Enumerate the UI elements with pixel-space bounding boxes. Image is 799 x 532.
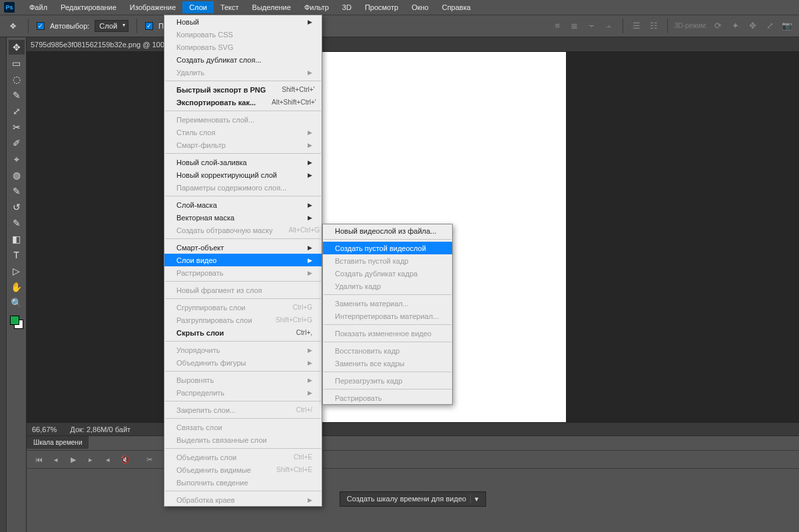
menu-слои[interactable]: Слои	[182, 1, 214, 13]
menu-item: Распределить▶	[164, 386, 322, 399]
menu-item[interactable]: Создать дубликат слоя...	[164, 53, 322, 66]
menu-файл[interactable]: Файл	[23, 1, 54, 13]
3d-icon[interactable]: 📷	[780, 19, 794, 32]
distribute-icon[interactable]: ☷	[647, 19, 661, 32]
menu-item: Растрировать	[323, 392, 452, 404]
menu-3d[interactable]: 3D	[336, 1, 358, 13]
menu-item[interactable]: Слой-маска▶	[164, 198, 322, 211]
menu-item[interactable]: Скрыть слоиCtrl+,	[164, 326, 322, 339]
menu-item: Разгруппировать слоиShift+Ctrl+G	[164, 314, 322, 326]
auto-select-dropdown[interactable]: Слой	[95, 20, 129, 32]
menu-item[interactable]: Слои видео▶	[164, 254, 322, 266]
menu-item[interactable]: Создать пустой видеослой	[323, 242, 452, 254]
menu-item: Переименовать слой...	[164, 113, 322, 126]
move-tool-icon: ✥	[5, 19, 20, 33]
timeline-tab[interactable]: Шкала времени	[27, 436, 89, 449]
scissors-icon[interactable]: ✂	[144, 455, 154, 464]
tool-12[interactable]: ◧	[9, 232, 25, 246]
menu-item[interactable]: Смарт-объект▶	[164, 241, 322, 254]
menu-фильтр[interactable]: Фильтр	[298, 1, 336, 13]
align-icon[interactable]: ⫠	[603, 19, 616, 32]
menu-item: Выделить связанные слои	[164, 433, 322, 446]
menu-item[interactable]: Быстрый экспорт в PNGShift+Ctrl+'	[164, 83, 322, 96]
auto-select-checkbox[interactable]: ✓	[37, 22, 45, 30]
menu-item[interactable]: Новый слой-заливка▶	[164, 156, 322, 168]
first-frame-icon[interactable]: ⏮	[33, 455, 44, 463]
menu-текст[interactable]: Текст	[214, 1, 246, 13]
menu-item: Копировать SVG	[164, 41, 322, 53]
menu-item: Заменить материал...	[323, 297, 452, 310]
video-layers-submenu: Новый видеослой из файла...Создать пусто…	[322, 224, 453, 405]
menu-item: Смарт-фильтр▶	[164, 138, 322, 151]
play-icon[interactable]: ▶	[68, 455, 79, 464]
menu-item: Заменить все кадры	[323, 357, 452, 370]
tool-11[interactable]: ✎	[9, 216, 25, 230]
menu-выделение[interactable]: Выделение	[246, 1, 298, 13]
menu-изображение[interactable]: Изображение	[123, 1, 182, 13]
tool-9[interactable]: ✎	[9, 184, 25, 198]
menu-item: Копировать CSS	[164, 28, 322, 41]
menu-item: Новый фрагмент из слоя	[164, 284, 322, 296]
tool-10[interactable]: ↺	[9, 200, 25, 214]
menu-item: Сгруппировать слоиCtrl+G	[164, 301, 322, 314]
menu-item: Удалить кадр	[323, 280, 452, 292]
3d-icon[interactable]: ⤢	[763, 19, 776, 32]
layers-menu: Новый▶Копировать CSSКопировать SVGСоздат…	[164, 15, 322, 507]
align-icon[interactable]: ≡	[551, 19, 564, 32]
align-icon[interactable]: ⫟	[585, 19, 599, 32]
tool-16[interactable]: 🔍	[9, 296, 25, 310]
tool-3[interactable]: ✎	[9, 88, 25, 103]
menu-item: Обработка краев▶	[164, 493, 322, 506]
distribute-icon[interactable]: ☰	[630, 19, 643, 32]
align-icon[interactable]: ≣	[568, 19, 581, 32]
menu-item[interactable]: Экспортировать как...Alt+Shift+Ctrl+'	[164, 96, 322, 109]
menu-просмотр[interactable]: Просмотр	[358, 1, 405, 13]
menu-item: Объединить фигуры▶	[164, 356, 322, 369]
menu-item: Выровнять▶	[164, 374, 322, 386]
document-tab[interactable]: 5795d985e3f081562159b32e.png @ 100% (R..…	[27, 37, 799, 52]
menubar: Ps ФайлРедактированиеИзображениеСлоиТекс…	[0, 0, 799, 15]
timeline-panel: Шкала времени ⏮ ◂ ▶ ▸ ◂ 🔇 ✂ ▭ Создать шк…	[27, 435, 799, 532]
menu-окно[interactable]: Окно	[405, 1, 435, 13]
last-frame-icon[interactable]: ◂	[103, 455, 113, 464]
menu-item: Связать слои	[164, 421, 322, 433]
tool-14[interactable]: ▷	[9, 264, 25, 278]
panel-collapse-strip[interactable]	[0, 37, 7, 532]
zoom-readout[interactable]: 66,67%	[32, 425, 57, 433]
tool-13[interactable]: T	[9, 248, 25, 262]
prev-frame-icon[interactable]: ◂	[51, 455, 61, 464]
menu-item: Объединить видимыеShift+Ctrl+E	[164, 463, 322, 476]
show-transform-checkbox[interactable]: ✓	[145, 22, 153, 30]
app-logo: Ps	[4, 2, 15, 13]
tool-0[interactable]: ✥	[9, 40, 25, 55]
menu-item: Показать измененное видео	[323, 327, 452, 340]
menu-item[interactable]: Новый корректирующий слой▶	[164, 168, 322, 181]
menu-item[interactable]: Новый▶	[164, 15, 322, 28]
create-video-timeline-button[interactable]: Создать шкалу времени для видео▾	[340, 491, 486, 507]
menu-item: Восстановить кадр	[323, 344, 452, 357]
tool-4[interactable]: ⤢	[9, 104, 25, 119]
3d-icon[interactable]: ⟳	[711, 19, 724, 32]
menu-редактирование[interactable]: Редактирование	[54, 1, 123, 13]
tool-5[interactable]: ✂	[9, 120, 25, 134]
auto-select-label: Автовыбор:	[50, 22, 89, 30]
tool-8[interactable]: ◍	[9, 168, 25, 182]
tool-6[interactable]: ✐	[9, 136, 25, 150]
timeline-controls: ⏮ ◂ ▶ ▸ ◂ 🔇 ✂ ▭	[27, 450, 799, 469]
menu-item: Закрепить слои...Ctrl+/	[164, 403, 322, 416]
menu-item: Перезагрузить кадр	[323, 374, 452, 387]
next-frame-icon[interactable]: ▸	[85, 455, 96, 464]
3d-icon[interactable]: ✥	[746, 19, 759, 32]
audio-icon[interactable]: 🔇	[120, 455, 131, 464]
3d-icon[interactable]: ✦	[728, 19, 742, 32]
menu-item[interactable]: Векторная маска▶	[164, 211, 322, 224]
tool-1[interactable]: ▭	[9, 56, 25, 71]
color-swatch[interactable]	[10, 316, 23, 329]
menu-справка[interactable]: Справка	[435, 1, 477, 13]
menu-item: Вставить пустой кадр	[323, 254, 452, 267]
tool-7[interactable]: ⌖	[9, 152, 25, 166]
tool-15[interactable]: ✋	[9, 280, 25, 294]
menu-item[interactable]: Новый видеослой из файла...	[323, 224, 452, 237]
tool-2[interactable]: ◌	[9, 72, 25, 87]
menu-item: Создать дубликат кадра	[323, 267, 452, 280]
